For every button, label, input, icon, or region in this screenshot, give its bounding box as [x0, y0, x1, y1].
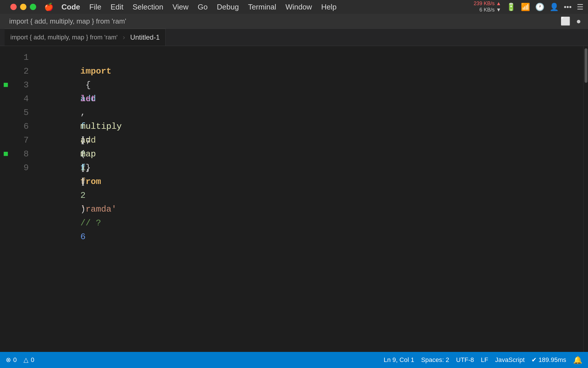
code-line-4: multiply ( 2 ), — [39, 92, 583, 106]
line-num-4: 4 — [11, 92, 29, 106]
traffic-lights — [10, 4, 36, 10]
cursor-position[interactable]: Ln 9, Col 1 — [384, 356, 414, 364]
breakpoints-column: ■ ■ — [0, 51, 11, 347]
breakpoint-9[interactable] — [0, 161, 11, 175]
window-title-row: import { add, multiply, map } from 'ram'… — [0, 14, 588, 29]
menu-terminal[interactable]: Terminal — [243, 1, 281, 13]
breakpoint-5[interactable] — [0, 106, 11, 120]
menu-file[interactable]: File — [85, 1, 106, 13]
line-num-3: 3 — [11, 78, 29, 92]
editor-tab[interactable]: import { add, multiply, map } from 'ram'… — [5, 29, 166, 46]
editor-area: ■ ■ 1 2 3 4 5 6 7 8 9 import { ad — [0, 46, 588, 352]
status-right: Ln 9, Col 1 Spaces: 2 UTF-8 LF JavaScrip… — [384, 356, 582, 365]
indentation[interactable]: Spaces: 2 — [421, 356, 449, 364]
code-line-9 — [39, 161, 583, 175]
code-line-2 — [39, 64, 583, 78]
menu-view[interactable]: View — [168, 1, 193, 13]
menu-code[interactable]: Code — [57, 1, 85, 13]
var-f-call: f — [80, 163, 86, 173]
comment-slash: // ? — [80, 218, 106, 228]
code-line-3: let f = map ( — [39, 78, 583, 92]
editor-content[interactable]: ■ ■ 1 2 3 4 5 6 7 8 9 import { ad — [0, 46, 583, 352]
error-icon: ⊗ — [6, 356, 11, 364]
warning-count[interactable]: △ 0 — [24, 356, 34, 364]
apple-icon[interactable]: 🍎 — [44, 3, 53, 12]
punct-space: { — [80, 80, 96, 90]
menu-edit[interactable]: Edit — [106, 1, 128, 13]
line-num-6: 6 — [11, 120, 29, 133]
notification-icon[interactable]: 🔔 — [573, 356, 582, 365]
keyword-let: let — [80, 94, 96, 104]
breakpoint-2[interactable] — [0, 64, 11, 78]
network-stats: 239 KB/s ▲ 6 KB/s ▼ — [474, 1, 501, 13]
tab-filename: Untitled-1 — [130, 33, 160, 41]
line-numbers: 1 2 3 4 5 6 7 8 9 — [11, 51, 34, 347]
punct-call-close: ) — [80, 204, 91, 214]
line-num-7: 7 — [11, 133, 29, 147]
error-count[interactable]: ⊗ 0 — [6, 356, 17, 364]
line-num-5: 5 — [11, 106, 29, 120]
result-6: 6 — [80, 232, 86, 242]
code-body[interactable]: import { add , multiply , map } from 'ra… — [34, 51, 583, 347]
punct-call-paren: ( — [80, 177, 86, 187]
tab-bar: import { add, multiply, map } from 'ram'… — [0, 29, 588, 46]
menu-selection[interactable]: Selection — [128, 1, 168, 13]
breakpoint-3[interactable]: ■ — [0, 78, 11, 92]
clock-icon: 🕐 — [535, 3, 544, 12]
language[interactable]: JavaScript — [495, 356, 525, 364]
maximize-button[interactable] — [30, 4, 36, 10]
menu-window[interactable]: Window — [281, 1, 316, 13]
breakpoint-4[interactable] — [0, 92, 11, 106]
code-line-5: add ( 1 ) — [39, 106, 583, 120]
warning-number: 0 — [31, 356, 34, 364]
close-button[interactable] — [10, 4, 17, 10]
file-breadcrumb: import { add, multiply, map } from 'ram' — [0, 17, 126, 25]
split-editor-icon[interactable]: ⬜ — [560, 16, 570, 26]
breakpoint-7[interactable] — [0, 133, 11, 147]
menu-help[interactable]: Help — [317, 1, 341, 13]
user-icon: 👤 — [550, 3, 559, 12]
timing: ✔ 189.95ms — [531, 356, 566, 364]
editor-scrollbar[interactable] — [583, 46, 588, 352]
warning-icon: △ — [24, 356, 28, 364]
minimize-button[interactable] — [20, 4, 26, 10]
eol[interactable]: LF — [481, 356, 488, 364]
list-icon[interactable]: ☰ — [577, 3, 583, 12]
punct-paren4: ( — [80, 149, 86, 159]
code-line-1: import { add , multiply , map } from 'ra… — [39, 51, 583, 64]
keyword-import: import — [80, 66, 111, 76]
breakpoint-8[interactable]: ■ — [0, 147, 11, 161]
breakpoint-6[interactable] — [0, 120, 11, 133]
battery-icon: 🔋 — [506, 3, 516, 12]
menu-bar: 🍎 Code File Edit Selection View Go Debug… — [0, 0, 588, 14]
code-line-7 — [39, 133, 583, 147]
scrollbar-thumb[interactable] — [585, 48, 587, 83]
breakpoint-1[interactable] — [0, 51, 11, 64]
punct-closing: ); — [80, 135, 91, 145]
menu-debug[interactable]: Debug — [212, 1, 243, 13]
code-line-8: f ( 2 ) // ? 6 — [39, 147, 583, 161]
tab-separator: › — [123, 33, 125, 41]
num-arg-2: 2 — [80, 191, 86, 200]
encoding[interactable]: UTF-8 — [456, 356, 474, 364]
line-num-8: 8 — [11, 147, 29, 161]
line-num-1: 1 — [11, 51, 29, 64]
line-num-9: 9 — [11, 161, 29, 175]
more-icon[interactable]: ••• — [564, 3, 572, 12]
status-bar: ⊗ 0 △ 0 Ln 9, Col 1 Spaces: 2 UTF-8 LF J… — [0, 352, 588, 368]
wifi-icon: 📶 — [521, 3, 530, 12]
error-number: 0 — [13, 356, 17, 364]
dirty-indicator: ● — [576, 17, 581, 26]
line-num-2: 2 — [11, 64, 29, 78]
tab-breadcrumb: import { add, multiply, map } from 'ram' — [10, 34, 118, 41]
menu-go[interactable]: Go — [193, 1, 212, 13]
